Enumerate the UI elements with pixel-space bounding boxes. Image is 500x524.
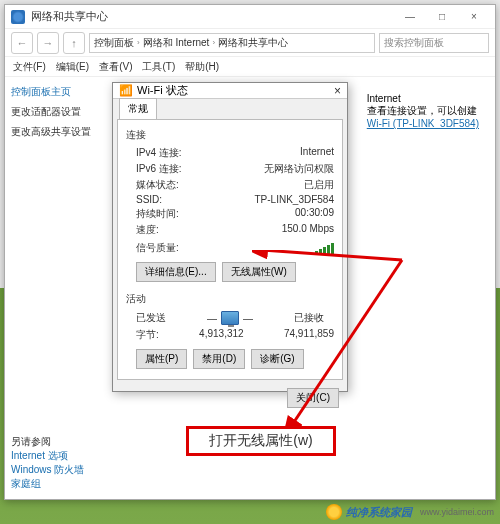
recv-label: 已接收 xyxy=(294,311,324,325)
sidebar-bottom: 另请参阅 Internet 选项 Windows 防火墙 家庭组 xyxy=(11,435,109,491)
disable-button[interactable]: 禁用(D) xyxy=(193,349,245,369)
close-button[interactable]: × xyxy=(459,8,489,26)
link-internet-options[interactable]: Internet 选项 xyxy=(11,450,68,461)
row-ipv4: IPv4 连接:Internet xyxy=(126,145,334,161)
signal-label: 信号质量: xyxy=(136,241,179,255)
row-media: 媒体状态:已启用 xyxy=(126,177,334,193)
dialog-close-button[interactable]: × xyxy=(334,84,341,98)
sidebar-advanced[interactable]: 更改高级共享设置 xyxy=(11,125,109,139)
crumb[interactable]: 网络和共享中心 xyxy=(218,36,288,50)
details-button[interactable]: 详细信息(E)... xyxy=(136,262,216,282)
menu-help[interactable]: 帮助(H) xyxy=(185,60,219,74)
menu-bar: 文件(F) 编辑(E) 查看(V) 工具(T) 帮助(H) xyxy=(5,57,495,77)
signal-icon: 📶 xyxy=(119,84,133,97)
breadcrumb[interactable]: 控制面板› 网络和 Internet› 网络和共享中心 xyxy=(89,33,375,53)
dialog-title: Wi-Fi 状态 xyxy=(137,83,334,98)
crumb[interactable]: 控制面板 xyxy=(94,36,134,50)
sidebar-home[interactable]: 控制面板主页 xyxy=(11,85,109,99)
access-type-sub: 查看连接设置，可以创建 xyxy=(367,104,479,118)
row-ssid: SSID:TP-LINK_3DF584 xyxy=(126,193,334,206)
row-ipv6: IPv6 连接:无网络访问权限 xyxy=(126,161,334,177)
row-speed: 速度:150.0 Mbps xyxy=(126,222,334,238)
activity-icon: — — xyxy=(207,311,253,325)
sidebar: 控制面板主页 更改适配器设置 更改高级共享设置 另请参阅 Internet 选项… xyxy=(5,77,115,499)
see-also-label: 另请参阅 xyxy=(11,435,109,449)
nav-bar: ← → ↑ 控制面板› 网络和 Internet› 网络和共享中心 搜索控制面板 xyxy=(5,29,495,57)
section-activity: 活动 xyxy=(126,292,334,306)
titlebar: 网络和共享中心 — □ × xyxy=(5,5,495,29)
access-type-value: Internet xyxy=(367,93,479,104)
bytes-sent: 4,913,312 xyxy=(159,328,284,342)
activity-row: 已发送 — — 已接收 xyxy=(126,309,334,327)
row-bytes: 字节: 4,913,312 74,911,859 xyxy=(126,327,334,343)
row-duration: 持续时间:00:30:09 xyxy=(126,206,334,222)
annotation-callout: 打开无线属性(w) xyxy=(186,426,336,456)
menu-view[interactable]: 查看(V) xyxy=(99,60,132,74)
sidebar-adapter[interactable]: 更改适配器设置 xyxy=(11,105,109,119)
signal-bars-icon xyxy=(315,243,334,254)
monitor-icon xyxy=(221,311,239,325)
watermark-logo-icon xyxy=(326,504,342,520)
window-controls: — □ × xyxy=(395,8,489,26)
link-homegroup[interactable]: 家庭组 xyxy=(11,478,41,489)
wifi-link[interactable]: Wi-Fi (TP-LINK_3DF584) xyxy=(367,118,479,129)
wifi-status-dialog: 📶 Wi-Fi 状态 × 常规 连接 IPv4 连接:Internet IPv6… xyxy=(112,82,348,392)
app-icon xyxy=(11,10,25,24)
menu-tools[interactable]: 工具(T) xyxy=(142,60,175,74)
watermark-brand: 纯净系统家园 xyxy=(346,505,412,520)
dialog-body: 连接 IPv4 连接:Internet IPv6 连接:无网络访问权限 媒体状态… xyxy=(117,119,343,380)
back-button[interactable]: ← xyxy=(11,32,33,54)
tab-general[interactable]: 常规 xyxy=(119,98,157,119)
dialog-titlebar: 📶 Wi-Fi 状态 × xyxy=(113,83,347,99)
watermark-url: www.yidaimei.com xyxy=(420,507,494,517)
minimize-button[interactable]: — xyxy=(395,8,425,26)
row-signal: 信号质量: xyxy=(126,238,334,258)
up-button[interactable]: ↑ xyxy=(63,32,85,54)
crumb[interactable]: 网络和 Internet xyxy=(143,36,210,50)
close-dialog-button[interactable]: 关闭(C) xyxy=(287,388,339,408)
properties-button[interactable]: 属性(P) xyxy=(136,349,187,369)
window-title: 网络和共享中心 xyxy=(31,9,395,24)
forward-button[interactable]: → xyxy=(37,32,59,54)
sent-label: 已发送 xyxy=(136,311,166,325)
diagnose-button[interactable]: 诊断(G) xyxy=(251,349,303,369)
search-input[interactable]: 搜索控制面板 xyxy=(379,33,489,53)
section-connection: 连接 xyxy=(126,128,334,142)
link-firewall[interactable]: Windows 防火墙 xyxy=(11,464,84,475)
wireless-properties-button[interactable]: 无线属性(W) xyxy=(222,262,296,282)
menu-file[interactable]: 文件(F) xyxy=(13,60,46,74)
menu-edit[interactable]: 编辑(E) xyxy=(56,60,89,74)
dialog-footer: 关闭(C) xyxy=(113,384,347,412)
watermark: 纯净系统家园 www.yidaimei.com xyxy=(326,504,494,520)
tab-strip: 常规 xyxy=(113,99,347,119)
maximize-button[interactable]: □ xyxy=(427,8,457,26)
bytes-recv: 74,911,859 xyxy=(284,328,334,342)
